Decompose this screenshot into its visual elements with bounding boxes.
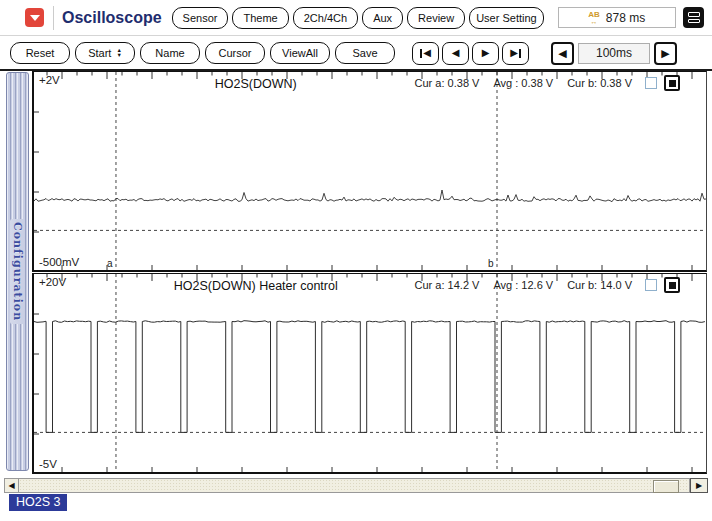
average-readout: Avg : 12.6 V — [493, 279, 553, 291]
step-back-button[interactable]: ◀ — [442, 42, 469, 65]
theme-button[interactable]: Theme — [232, 7, 288, 29]
app-menu-icon[interactable] — [25, 8, 44, 27]
cursor-a-readout: Cur a: 0.38 V — [415, 77, 480, 89]
chart-stack: ab +2V -500mV HO2S(DOWN) Cur a: 0.38 V A… — [32, 71, 707, 474]
filled-square-icon — [669, 282, 676, 289]
elapsed-time-value: 878 ms — [606, 11, 645, 25]
cursor-button[interactable]: Cursor — [205, 42, 265, 64]
spinner-arrows-icon: ▲▼ — [116, 48, 121, 59]
elapsed-time-display: AB ↔ 878 ms — [558, 7, 676, 28]
scrollbar-track[interactable] — [18, 478, 690, 493]
user-setting-button[interactable]: User Setting — [469, 7, 544, 29]
skip-to-start-button[interactable]: ◀ — [412, 42, 439, 65]
svg-text:b: b — [488, 258, 494, 269]
channel-1-style-button[interactable] — [664, 75, 680, 91]
status-badge[interactable]: HO2S 3 — [9, 494, 67, 511]
menu-icon[interactable] — [683, 7, 704, 28]
channel-2-style-button[interactable] — [664, 277, 680, 293]
right-triangle-icon: ▶ — [510, 48, 518, 58]
channel-2-ymax-label: +20V — [39, 276, 66, 288]
channel-2-checkbox[interactable] — [645, 279, 657, 291]
sensor-button[interactable]: Sensor — [172, 7, 229, 29]
channel-1-waveform-plot[interactable]: ab — [34, 72, 706, 270]
channel-2-chart: +20V -5V HO2S(DOWN) Heater control Cur a… — [32, 273, 707, 474]
channel-2-waveform-plot[interactable] — [34, 274, 706, 472]
start-button[interactable]: Start ▲▼ — [75, 42, 135, 64]
svg-text:a: a — [107, 258, 113, 269]
main-area: Configuration ab +2V -500mV HO2S(DOWN) C… — [0, 71, 712, 474]
right-triangle-icon: ▶ — [482, 48, 490, 58]
menu-bar-top — [688, 12, 700, 17]
channel-1-checkbox[interactable] — [645, 77, 657, 89]
bar-icon — [519, 49, 521, 58]
bar-icon — [420, 49, 422, 58]
cursor-a-readout: Cur a: 14.2 V — [415, 279, 480, 291]
scrollbar-thumb[interactable] — [653, 480, 679, 493]
down-chevron-icon — [30, 15, 40, 21]
separator — [53, 6, 54, 30]
filled-square-icon — [669, 80, 676, 87]
cursor-b-readout: Cur b: 14.0 V — [567, 279, 632, 291]
timebase-controls: ◀ 100ms ▶ — [551, 42, 677, 65]
review-button[interactable]: Review — [407, 7, 465, 29]
timebase-increase-button[interactable]: ▶ — [654, 42, 677, 65]
title-bar: Oscilloscope Sensor Theme 2Ch/4Ch Aux Re… — [0, 0, 712, 36]
left-triangle-icon: ◀ — [452, 48, 460, 58]
channel-1-ymin-label: -500mV — [39, 256, 79, 268]
cursor-b-readout: Cur b: 0.38 V — [567, 77, 632, 89]
channel-1-ymax-label: +2V — [39, 74, 60, 86]
menu-bar-bottom — [688, 19, 700, 24]
horizontal-scrollbar: ◀ ▶ — [4, 478, 708, 493]
channel-2-readouts: Cur a: 14.2 V Avg : 12.6 V Cur b: 14.0 V — [401, 277, 680, 293]
configuration-tab-label: Configuration — [10, 219, 25, 324]
step-forward-button[interactable]: ▶ — [472, 42, 499, 65]
app-title: Oscilloscope — [62, 9, 162, 27]
reset-button[interactable]: Reset — [10, 42, 70, 64]
skip-to-end-button[interactable]: ▶ — [502, 42, 529, 65]
save-button[interactable]: Save — [335, 42, 395, 64]
viewall-button[interactable]: ViewAll — [270, 42, 330, 64]
scroll-left-button[interactable]: ◀ — [4, 478, 18, 493]
scroll-right-button[interactable]: ▶ — [690, 478, 708, 493]
channel-2-ymin-label: -5V — [39, 458, 57, 470]
average-readout: Avg : 0.38 V — [493, 77, 553, 89]
oscilloscope-window: Oscilloscope Sensor Theme 2Ch/4Ch Aux Re… — [0, 0, 712, 521]
configuration-tab[interactable]: Configuration — [6, 72, 29, 471]
channel-1-chart: ab +2V -500mV HO2S(DOWN) Cur a: 0.38 V A… — [32, 71, 707, 272]
channel-1-readouts: Cur a: 0.38 V Avg : 0.38 V Cur b: 0.38 V — [401, 75, 680, 91]
left-triangle-icon: ◀ — [423, 48, 431, 58]
aux-button[interactable]: Aux — [362, 7, 403, 29]
ab-range-icon: AB ↔ — [588, 11, 600, 25]
channel-2-title: HO2S(DOWN) Heater control — [174, 279, 338, 293]
timebase-decrease-button[interactable]: ◀ — [551, 42, 574, 65]
channel-mode-button[interactable]: 2Ch/4Ch — [293, 7, 358, 29]
channel-1-title: HO2S(DOWN) — [215, 77, 297, 91]
playback-controls: ◀ ◀ ▶ ▶ — [412, 42, 529, 65]
control-toolbar: Reset Start ▲▼ Name Cursor ViewAll Save … — [0, 37, 712, 71]
name-button[interactable]: Name — [140, 42, 200, 64]
timebase-display: 100ms — [578, 43, 650, 64]
